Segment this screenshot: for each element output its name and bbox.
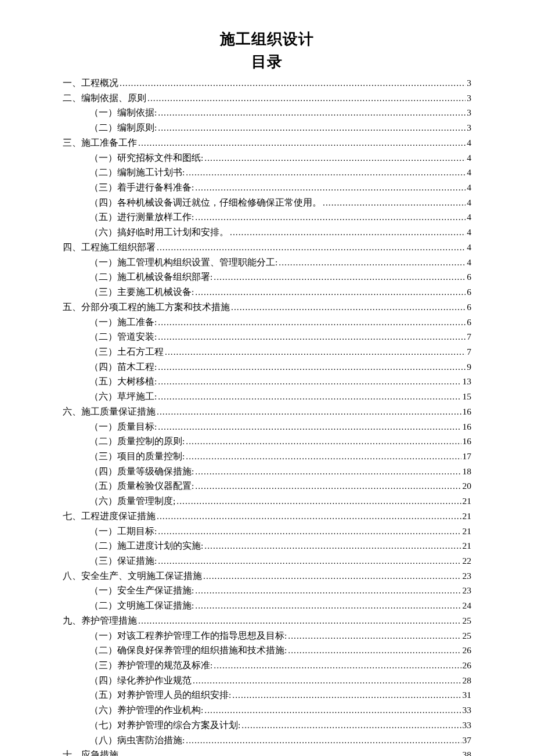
toc-entry-page: 23 xyxy=(463,583,472,598)
toc-leader-dots xyxy=(232,687,461,703)
toc-leader-dots xyxy=(176,494,461,509)
toc-entry: （四）苗木工程:9 xyxy=(63,359,471,375)
toc-leader-dots xyxy=(186,733,461,748)
toc-entry: （三）养护管理的规范及标准:26 xyxy=(63,658,471,673)
toc-entry: （二）编制施工计划书:4 xyxy=(63,165,471,180)
toc-entry-label: （四）苗木工程: xyxy=(89,359,157,375)
toc-leader-dots xyxy=(158,359,466,375)
toc-entry-label: 二、编制依据、原则 xyxy=(63,91,146,106)
toc-entry-page: 17 xyxy=(463,449,472,464)
toc-leader-dots xyxy=(165,344,466,359)
toc-entry-label: （三）主要施工机械设备: xyxy=(89,285,194,300)
toc-entry-page: 4 xyxy=(467,135,471,150)
toc-entry-page: 26 xyxy=(463,643,472,658)
toc-entry: （五）大树移植:13 xyxy=(63,374,471,389)
toc-entry-page: 21 xyxy=(463,509,472,524)
toc-leader-dots xyxy=(214,269,466,285)
toc-entry-page: 33 xyxy=(463,718,472,733)
toc-entry-label: （四）各种机械设备调迁就位，仔细检修确保正常使用。 xyxy=(89,195,322,210)
page-title: 施工组织设计 xyxy=(63,29,471,49)
toc-entry: （一）质量目标:16 xyxy=(63,419,471,434)
toc-entry-page: 15 xyxy=(463,389,472,404)
toc-leader-dots xyxy=(120,75,466,91)
toc-entry-page: 4 xyxy=(467,255,471,270)
toc-entry: （二）施工机械设备组织部署:6 xyxy=(63,269,471,285)
toc-entry-label: （二）施工机械设备组织部署: xyxy=(89,269,212,285)
toc-entry-page: 25 xyxy=(463,628,472,643)
toc-entry: （四）绿化养护作业规范28 xyxy=(63,673,471,688)
toc-leader-dots xyxy=(195,464,461,479)
toc-leader-dots xyxy=(193,673,461,688)
toc-leader-dots xyxy=(157,404,461,419)
toc-entry-page: 7 xyxy=(467,344,471,359)
toc-entry: （二）文明施工保证措施:24 xyxy=(63,598,471,613)
toc-leader-dots xyxy=(158,389,461,404)
toc-entry-page: 22 xyxy=(463,553,472,568)
toc-leader-dots xyxy=(288,628,461,643)
toc-entry: （三）项目的质量控制:17 xyxy=(63,449,471,464)
toc-entry: （三）土石方工程7 xyxy=(63,344,471,359)
toc-entry-label: 八、安全生产、文明施工保证措施 xyxy=(63,568,202,584)
toc-entry: （四）各种机械设备调迁就位，仔细检修确保正常使用。4 xyxy=(63,195,471,210)
toc-entry: （三）着手进行备料准备:4 xyxy=(63,180,471,195)
toc-entry: （三）主要施工机械设备:6 xyxy=(63,285,471,300)
toc-entry-label: （一）编制依据: xyxy=(89,105,157,120)
toc-entry-label: （一）施工管理机构组织设置、管理职能分工: xyxy=(89,255,277,270)
toc-entry: （一）施工管理机构组织设置、管理职能分工:4 xyxy=(63,255,471,270)
toc-leader-dots xyxy=(158,553,461,568)
toc-entry-label: 七、工程进度保证措施 xyxy=(63,509,156,524)
toc-entry-label: 三、施工准备工作 xyxy=(63,135,137,150)
toc-entry-page: 20 xyxy=(463,478,472,494)
toc-entry-label: （三）保证措施: xyxy=(89,553,157,568)
toc-entry-label: （五）对养护管理人员的组织安排: xyxy=(89,687,231,703)
toc-leader-dots xyxy=(195,180,466,195)
toc-entry: （五）对养护管理人员的组织安排:31 xyxy=(63,687,471,703)
toc-entry-page: 24 xyxy=(463,598,472,613)
toc-leader-dots xyxy=(158,105,466,120)
toc-entry: （一）研究招标文件和图纸:4 xyxy=(63,150,471,165)
toc-entry-page: 23 xyxy=(463,568,472,584)
toc-entry-label: （七）对养护管理的综合方案及计划: xyxy=(89,718,240,733)
toc-entry: （六）搞好临时用工计划和安排。4 xyxy=(63,225,471,240)
toc-entry-page: 9 xyxy=(467,359,471,375)
toc-leader-dots xyxy=(241,718,461,733)
toc-leader-dots xyxy=(195,583,461,598)
toc-entry-label: （二）文明施工保证措施: xyxy=(89,598,194,613)
toc-entry-page: 37 xyxy=(463,733,472,748)
toc-entry-label: （一）工期目标: xyxy=(89,524,157,539)
toc-leader-dots xyxy=(138,135,466,150)
toc-entry-label: 五、分部分项工程的施工方案和技术措施 xyxy=(63,300,230,315)
toc-leader-dots xyxy=(158,315,466,330)
toc-entry: （六）质量管理制度;21 xyxy=(63,494,471,509)
toc-entry-label: （二）管道安装: xyxy=(89,329,157,344)
toc-entry-label: （六）养护管理的作业机构: xyxy=(89,703,203,718)
toc-entry: （五）进行测量放样工作:4 xyxy=(63,210,471,225)
toc-entry-label: 一、工程概况 xyxy=(63,75,118,91)
toc-entry: （二）编制原则:3 xyxy=(63,120,471,135)
toc-entry-page: 18 xyxy=(463,464,472,479)
toc-entry-label: （一）对该工程养护管理工作的指导思想及目标: xyxy=(89,628,287,643)
toc-leader-dots xyxy=(138,613,461,628)
toc-entry-label: （五）大树移植: xyxy=(89,374,157,389)
toc-leader-dots xyxy=(323,195,466,210)
toc-entry-page: 3 xyxy=(467,75,471,91)
toc-entry-label: （八）病虫害防治措施: xyxy=(89,733,185,748)
toc-entry: （二）管道安装:7 xyxy=(63,329,471,344)
toc-leader-dots xyxy=(186,165,466,180)
toc-entry-page: 26 xyxy=(463,658,472,673)
toc-entry-page: 16 xyxy=(463,434,472,449)
toc-leader-dots xyxy=(279,255,466,270)
toc-entry-page: 33 xyxy=(463,703,472,718)
toc-entry-label: 六、施工质量保证措施 xyxy=(63,404,156,419)
toc-leader-dots xyxy=(214,658,461,673)
toc-leader-dots xyxy=(204,150,466,165)
toc-entry: 十、应急措施 38 xyxy=(63,747,471,756)
toc-entry: （一）编制依据:3 xyxy=(63,105,471,120)
toc-entry: 七、工程进度保证措施 21 xyxy=(63,509,471,524)
toc-entry-page: 28 xyxy=(463,673,472,688)
toc-entry-page: 31 xyxy=(463,687,472,703)
toc-entry-page: 3 xyxy=(467,91,471,106)
toc-entry-page: 6 xyxy=(467,315,471,330)
toc-leader-dots xyxy=(203,568,461,584)
toc-entry: 一、工程概况 3 xyxy=(63,75,471,91)
